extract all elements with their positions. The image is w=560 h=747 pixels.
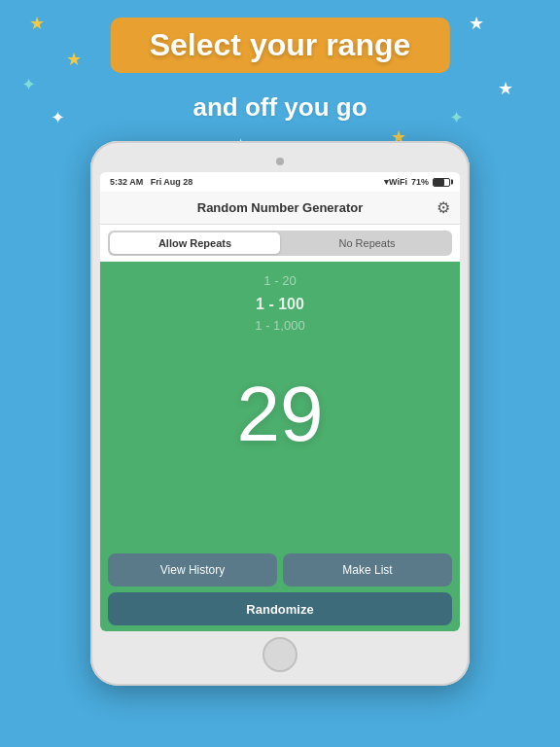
status-time-date: 5:32 AM Fri Aug 28: [110, 177, 192, 187]
status-bar: 5:32 AM Fri Aug 28 ▾WiFi 71%: [100, 172, 460, 192]
range-option-100[interactable]: 1 - 100: [256, 292, 304, 317]
star-decoration: ✦: [51, 109, 65, 126]
display-number: 29: [237, 375, 324, 453]
ipad-home-button[interactable]: [262, 637, 298, 672]
ipad-camera: [276, 158, 284, 165]
nav-title: Random Number Generator: [197, 200, 363, 215]
bottom-buttons: View History Make List Randomize: [100, 548, 460, 631]
status-indicators: ▾WiFi 71%: [384, 177, 450, 187]
star-decoration: ★: [29, 15, 45, 32]
subtitle: and off you go: [192, 92, 367, 123]
segment-no-repeats[interactable]: No Repeats: [282, 231, 452, 256]
button-row-secondary: View History Make List: [108, 553, 452, 587]
segment-allow-repeats[interactable]: Allow Repeats: [110, 232, 280, 254]
wifi-icon: ▾WiFi: [384, 177, 407, 187]
ipad-top-bar: [100, 155, 460, 168]
nav-bar: Random Number Generator ⚙: [100, 192, 460, 225]
star-decoration: ★: [469, 15, 484, 32]
make-list-button[interactable]: Make List: [283, 553, 452, 587]
range-options: 1 - 20 1 - 100 1 - 1,000: [255, 271, 304, 337]
banner-text: Select your range: [150, 27, 411, 62]
segment-control[interactable]: Allow Repeats No Repeats: [108, 231, 452, 256]
settings-button[interactable]: ⚙: [437, 198, 450, 217]
ipad-frame: 5:32 AM Fri Aug 28 ▾WiFi 71% Random Numb…: [90, 141, 470, 686]
star-decoration: ★: [498, 80, 513, 97]
star-decoration: ★: [66, 51, 82, 68]
randomize-button[interactable]: Randomize: [108, 592, 452, 625]
star-decoration: ✦: [21, 76, 36, 93]
range-option-1000[interactable]: 1 - 1,000: [255, 316, 304, 337]
banner: Select your range: [111, 18, 450, 73]
battery-icon: [433, 178, 450, 187]
view-history-button[interactable]: View History: [108, 553, 277, 587]
green-content-area: 1 - 20 1 - 100 1 - 1,000 29: [100, 262, 460, 548]
ios-screen: 5:32 AM Fri Aug 28 ▾WiFi 71% Random Numb…: [100, 172, 460, 631]
star-decoration: ✦: [449, 109, 464, 126]
range-option-20[interactable]: 1 - 20: [263, 271, 296, 292]
